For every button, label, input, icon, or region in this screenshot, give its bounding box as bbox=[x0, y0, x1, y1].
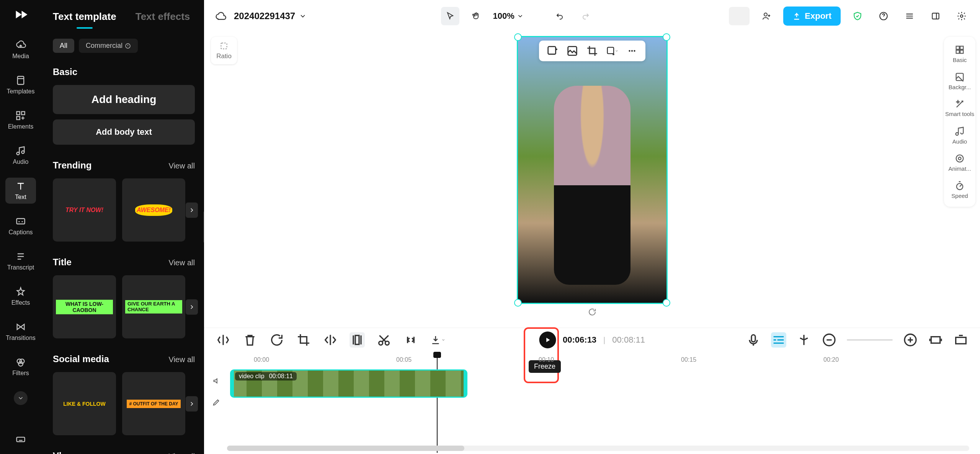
sidebar-more-button[interactable] bbox=[14, 391, 28, 405]
sidebar-item-filters[interactable]: Filters bbox=[5, 354, 36, 380]
crop-tl-button[interactable] bbox=[296, 332, 311, 348]
svg-point-18 bbox=[629, 50, 630, 52]
zoom-out-button[interactable] bbox=[822, 332, 837, 348]
inspector-animation[interactable]: Animat... bbox=[944, 151, 975, 174]
sidebar-label: Templates bbox=[7, 88, 35, 95]
inspector-speed[interactable]: Speed bbox=[944, 178, 975, 201]
undo-button[interactable] bbox=[550, 7, 569, 25]
cloud-sync[interactable] bbox=[215, 10, 226, 22]
social-thumb-1[interactable]: LIKE & FOLLOW bbox=[53, 372, 116, 435]
delete-button[interactable] bbox=[242, 332, 258, 348]
sidebar-item-templates[interactable]: Templates bbox=[5, 72, 36, 98]
mirror-button[interactable] bbox=[323, 332, 338, 348]
layers-button[interactable] bbox=[900, 7, 919, 25]
panel-toggle-button[interactable] bbox=[926, 7, 945, 25]
video-frame[interactable] bbox=[517, 36, 668, 304]
magnet-button[interactable] bbox=[796, 332, 812, 348]
trending-scroll-right[interactable] bbox=[186, 203, 198, 218]
title-scroll-right[interactable] bbox=[186, 299, 198, 315]
vlog-view-all[interactable]: View all bbox=[168, 452, 195, 454]
timeline-ruler[interactable]: 00:00 00:05 00:10 00:15 00:20 bbox=[227, 353, 980, 368]
overlay-replace-media-icon[interactable] bbox=[606, 44, 619, 57]
shield-icon[interactable] bbox=[848, 7, 867, 25]
reverse-button[interactable] bbox=[403, 332, 418, 348]
resize-handle-tr[interactable] bbox=[663, 33, 670, 41]
ratio-button[interactable]: Ratio bbox=[211, 37, 237, 64]
clip-trim-right[interactable] bbox=[464, 371, 467, 397]
redo-button[interactable] bbox=[577, 7, 595, 25]
share-button[interactable] bbox=[757, 7, 776, 25]
sidebar-item-elements[interactable]: Elements bbox=[5, 107, 36, 133]
tab-text-template[interactable]: Text template bbox=[53, 11, 116, 29]
trending-thumb-2[interactable]: AWESOME! bbox=[122, 178, 185, 242]
social-thumb-2[interactable]: # OUTFIT OF THE DAY bbox=[122, 372, 185, 435]
clip-trim-left[interactable] bbox=[230, 371, 234, 397]
cut-button[interactable] bbox=[376, 332, 392, 348]
sidebar-item-text[interactable]: Text bbox=[5, 178, 36, 204]
sidebar-item-effects[interactable]: Effects bbox=[5, 283, 36, 309]
play-button[interactable] bbox=[539, 332, 556, 348]
sidebar-item-media[interactable]: Media bbox=[5, 37, 36, 63]
chip-all[interactable]: All bbox=[53, 39, 74, 53]
add-heading-button[interactable]: Add heading bbox=[53, 85, 195, 114]
overlay-crop-icon[interactable] bbox=[586, 44, 599, 57]
track-mute-icon[interactable] bbox=[209, 374, 223, 388]
track-edit-icon[interactable] bbox=[209, 395, 223, 409]
inspector-audio[interactable]: Audio bbox=[944, 124, 975, 147]
inspector-smart-tools[interactable]: Smart tools bbox=[944, 96, 975, 120]
sidebar-item-captions[interactable]: Captions bbox=[5, 213, 36, 239]
sidebar-item-transcript[interactable]: Transcript bbox=[5, 248, 36, 274]
video-content-placeholder bbox=[554, 86, 630, 285]
inspector-background[interactable]: Backgr... bbox=[944, 69, 975, 93]
zoom-level[interactable]: 100% bbox=[493, 11, 524, 21]
split-button[interactable] bbox=[216, 332, 231, 348]
overlay-replace-icon[interactable] bbox=[566, 44, 579, 57]
mic-button[interactable] bbox=[746, 332, 761, 348]
download-button[interactable] bbox=[430, 332, 445, 348]
sidebar-keyboard-button[interactable] bbox=[15, 434, 26, 446]
sidebar-label: Text bbox=[15, 194, 26, 201]
sidebar-label: Captions bbox=[8, 229, 33, 236]
title-thumb-2[interactable]: GIVE OUR EARTH A CHANCE bbox=[122, 275, 185, 338]
sidebar-item-transitions[interactable]: Transitions bbox=[5, 318, 36, 345]
export-button[interactable]: Export bbox=[783, 7, 841, 26]
screenshot-placeholder-button[interactable] bbox=[729, 7, 750, 25]
zoom-slider[interactable] bbox=[847, 339, 893, 341]
track-area[interactable]: 00:00 00:05 00:10 00:15 00:20 video clip… bbox=[204, 352, 980, 454]
fit-timeline-button[interactable] bbox=[928, 332, 943, 348]
inspector-panel: Basic Backgr... Smart tools Audio Animat… bbox=[944, 37, 975, 207]
chip-commercial[interactable]: Commercial bbox=[79, 39, 138, 53]
social-view-all[interactable]: View all bbox=[168, 355, 195, 364]
add-body-text-button[interactable]: Add body text bbox=[53, 119, 195, 145]
overlay-more-icon[interactable] bbox=[626, 44, 639, 57]
rotate-indicator-icon[interactable] bbox=[588, 307, 597, 318]
timeline-scrollbar[interactable] bbox=[227, 446, 969, 451]
scrollbar-thumb[interactable] bbox=[227, 446, 464, 451]
freeze-button[interactable] bbox=[350, 332, 365, 348]
title-view-all[interactable]: View all bbox=[168, 258, 195, 267]
hand-tool[interactable] bbox=[467, 7, 485, 25]
title-thumb-1[interactable]: WHAT IS LOW-CAOBON bbox=[53, 275, 116, 338]
resize-handle-br[interactable] bbox=[663, 299, 670, 307]
video-clip[interactable]: video clip 00:08:11 bbox=[230, 369, 467, 398]
playhead[interactable] bbox=[437, 353, 438, 453]
auto-captions-button[interactable] bbox=[771, 332, 786, 348]
trending-thumb-1[interactable]: TRY IT NOW! bbox=[53, 178, 116, 242]
resize-handle-tl[interactable] bbox=[514, 33, 522, 41]
canvas-area[interactable]: Ratio Basic Backgr... Smart tools Audio bbox=[204, 32, 980, 328]
trending-view-all[interactable]: View all bbox=[168, 162, 195, 170]
overlay-add-media-icon[interactable] bbox=[546, 44, 559, 57]
sidebar-item-audio[interactable]: Audio bbox=[5, 142, 36, 168]
expand-timeline-button[interactable] bbox=[953, 332, 969, 348]
tab-text-effects[interactable]: Text effects bbox=[136, 11, 190, 29]
help-button[interactable] bbox=[874, 7, 893, 25]
rotate-button[interactable] bbox=[269, 332, 284, 348]
cursor-tool[interactable] bbox=[441, 7, 459, 25]
resize-handle-bl[interactable] bbox=[514, 299, 522, 307]
social-scroll-right[interactable] bbox=[186, 396, 198, 412]
settings-button[interactable] bbox=[952, 7, 971, 25]
project-name[interactable]: 202402291437 bbox=[234, 11, 307, 21]
zoom-in-button[interactable] bbox=[903, 332, 918, 348]
inspector-basic[interactable]: Basic bbox=[944, 42, 975, 65]
svg-rect-23 bbox=[956, 50, 959, 53]
